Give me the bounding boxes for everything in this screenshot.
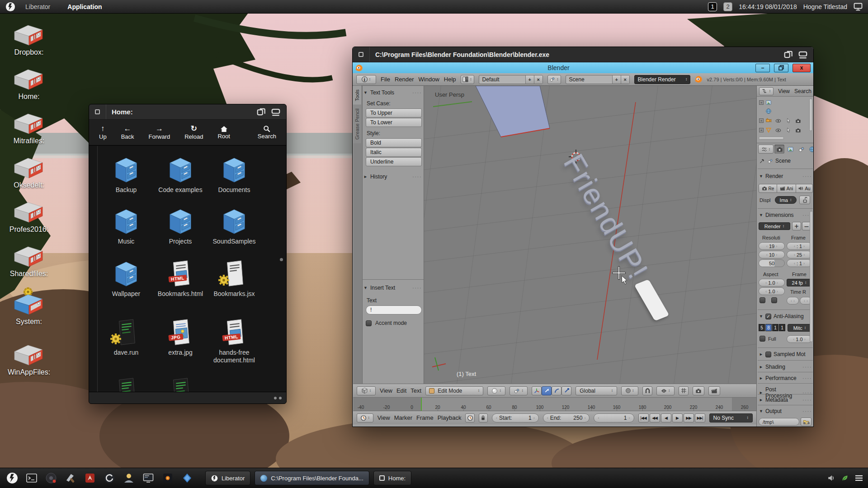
add-preset-button[interactable]: + <box>792 222 801 230</box>
up-button[interactable]: ↑Up <box>99 125 107 140</box>
output-panel-header[interactable]: ▼ Output ···· <box>759 408 812 414</box>
task-button-blender[interactable]: C:\Program Files\Blender Founda... <box>255 471 369 485</box>
sampled-motion-checkbox[interactable] <box>765 352 771 357</box>
border-checkbox[interactable] <box>760 297 765 303</box>
frame-start-field[interactable]: ‹ Start: 1 › <box>492 413 539 422</box>
outliner-row-world[interactable] <box>765 108 772 115</box>
timeline-ruler[interactable]: -40 -20 0 20 40 60 80 100 120 140 160 18… <box>353 397 756 411</box>
desktop-icon-system[interactable]: System: <box>3 287 55 326</box>
file-item-bookmarks-jsx[interactable]: Bookmarks.jsx <box>208 260 260 298</box>
friend-logo-icon[interactable] <box>5 2 15 12</box>
file-item-partial[interactable] <box>100 377 152 392</box>
outliner-horizontal-scrollbar[interactable] <box>759 136 784 140</box>
swirl-app-icon[interactable] <box>102 470 117 486</box>
antialiasing-panel-header[interactable]: ▼ ✓ Anti-Aliasing <box>759 313 812 319</box>
renderability-camera-icon[interactable] <box>795 118 801 124</box>
home-title-bar[interactable]: Home: <box>89 104 286 120</box>
play-button[interactable]: ▶ <box>672 413 683 422</box>
proportional-edit-select[interactable]: ↕ <box>656 386 675 395</box>
selectability-cursor-icon[interactable] <box>786 127 791 133</box>
menu-render[interactable]: Render <box>395 76 414 83</box>
tab-render-layers[interactable] <box>785 145 795 154</box>
desktop-icon-sharedfiles[interactable]: Sharedfiles: <box>3 243 55 278</box>
expand-icon[interactable]: + <box>759 118 764 123</box>
tool-app-icon[interactable] <box>63 470 78 486</box>
crop-checkbox[interactable] <box>771 297 777 303</box>
sampled-motion-blur-panel-header[interactable]: ► Sampled Mot <box>759 351 812 357</box>
to-upper-button[interactable]: To Upper <box>366 108 422 117</box>
friend-logo-icon[interactable] <box>5 470 20 486</box>
screen-layout-field[interactable]: Default + × <box>479 75 543 84</box>
file-item-dave-run[interactable]: dave.run <box>100 319 152 357</box>
snap-grid-button[interactable] <box>679 386 689 395</box>
terminal-icon[interactable] <box>24 470 39 486</box>
window-stack-icon[interactable] <box>783 50 793 60</box>
output-path-field[interactable]: /tmp\ <box>759 418 799 426</box>
add-scene-button[interactable]: + <box>612 75 621 84</box>
viewport-shading-select[interactable]: ↕ <box>487 386 505 395</box>
file-item-projects[interactable]: Projects <box>154 207 207 245</box>
samples-11-button[interactable]: 1 <box>772 324 778 331</box>
scale-manipulator-button[interactable] <box>561 386 571 395</box>
workspace-1-button[interactable]: 1 <box>708 2 717 11</box>
pin-icon[interactable] <box>759 158 765 164</box>
file-item-wallpaper[interactable]: Wallpaper <box>100 260 152 298</box>
workspace-2-button[interactable]: 2 <box>723 2 732 11</box>
resize-grip[interactable] <box>274 397 282 399</box>
dimensions-panel-header[interactable]: ▼ Dimensions ···· <box>759 212 812 218</box>
tab-tools[interactable]: Tools <box>353 86 361 105</box>
screen-layout-icon-button[interactable]: ↕ <box>461 75 474 84</box>
expand-icon[interactable]: + <box>759 128 764 132</box>
ember-app-icon[interactable] <box>160 470 175 486</box>
history-panel-header[interactable]: ► History ···· <box>363 174 422 180</box>
visibility-eye-icon[interactable] <box>775 127 781 133</box>
desktop-icon-winappfiles[interactable]: WinAppFiles: <box>3 342 55 376</box>
menu-playback[interactable]: Playback <box>438 414 462 421</box>
lock-interface-button[interactable] <box>799 196 810 204</box>
snap-element-select[interactable]: ↕ <box>621 386 638 395</box>
tab-world[interactable] <box>807 145 814 154</box>
file-item-music[interactable]: Music <box>100 207 152 245</box>
scene-field[interactable]: Scene + × <box>566 75 630 84</box>
reload-button[interactable]: ↻Reload <box>184 125 203 140</box>
window-shade-icon[interactable] <box>798 50 808 60</box>
aa-filter-select[interactable]: Mitc↕ <box>788 324 812 332</box>
render-engine-select[interactable]: Blender Render ↕ <box>634 75 690 84</box>
to-lower-button[interactable]: To Lower <box>366 118 422 127</box>
jump-to-start-button[interactable]: |◀◀ <box>638 413 649 422</box>
filter-size-field[interactable]: ‹1.0› <box>787 335 812 343</box>
file-item-hands-free-document[interactable]: HTML hands-free document.html <box>208 319 260 364</box>
translate-manipulator-button[interactable] <box>542 386 552 395</box>
menu-view[interactable]: View <box>380 387 392 394</box>
editor-type-button[interactable]: ↕ <box>758 145 774 154</box>
visibility-eye-icon[interactable] <box>775 118 781 124</box>
menu-application[interactable]: Application <box>60 3 109 10</box>
frame-end-field[interactable]: ‹ End: 250 › <box>543 413 590 422</box>
next-keyframe-button[interactable]: ▶▶ <box>684 413 694 422</box>
delete-layout-button[interactable]: × <box>534 75 542 84</box>
outliner-row-camera[interactable]: + <box>759 117 801 124</box>
volume-icon[interactable] <box>827 474 835 482</box>
leaf-icon[interactable] <box>841 474 849 482</box>
desktop-icon-mitrafiles[interactable]: Mitrafiles: <box>3 110 55 145</box>
samples-8-button[interactable]: 8 <box>765 324 772 331</box>
aspect-y-field[interactable]: ‹1.0› <box>759 287 785 295</box>
metadata-panel-header[interactable]: ► Metadata ···· <box>759 397 812 403</box>
disc-app-icon[interactable] <box>43 470 59 486</box>
blender-app-title-bar[interactable]: Blender – x <box>353 62 813 73</box>
tab-scene[interactable] <box>796 145 806 154</box>
menu-edit[interactable]: Edit <box>396 387 406 394</box>
aspect-x-field[interactable]: ‹1.0› <box>759 279 785 286</box>
editor-type-button[interactable]: ↕ <box>759 87 774 95</box>
blue-app-icon[interactable] <box>179 470 195 486</box>
accent-mode-checkbox[interactable]: Accent mode <box>366 320 407 326</box>
task-button-home[interactable]: Home: <box>373 471 411 485</box>
renderability-camera-icon[interactable] <box>795 127 801 133</box>
file-item-extra-jpg[interactable]: JPG extra.jpg <box>154 319 207 357</box>
close-button[interactable]: x <box>793 64 811 72</box>
blender-resize-grip[interactable] <box>803 422 810 424</box>
add-layout-button[interactable]: + <box>525 75 534 84</box>
frame-start-field[interactable]: ‹: 1› <box>787 242 812 250</box>
search-button[interactable]: Search <box>258 125 276 140</box>
menu-search[interactable]: Search <box>794 88 811 94</box>
